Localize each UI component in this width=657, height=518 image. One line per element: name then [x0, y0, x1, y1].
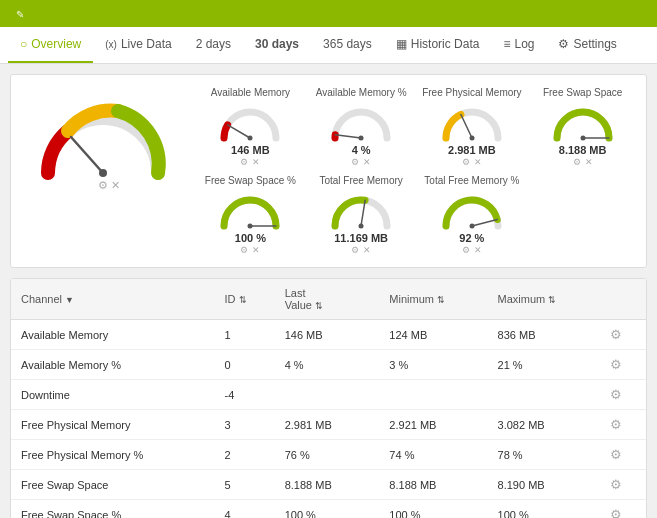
cell-max-4: 78 % — [488, 440, 601, 470]
sort-lastval-icon: ⇅ — [315, 301, 323, 311]
tab-settings[interactable]: ⚙ Settings — [546, 27, 628, 63]
cell-action-5[interactable]: ⚙ — [600, 470, 646, 500]
table-row: Free Swap Space 5 8.188 MB 8.188 MB 8.19… — [11, 470, 646, 500]
cell-min-2 — [379, 380, 487, 410]
small-gauge-title-2: Free Physical Memory — [422, 87, 521, 98]
tab-overview[interactable]: ○ Overview — [8, 27, 93, 63]
small-gauge-title-6: Total Free Memory % — [424, 175, 519, 186]
small-gauge-item-4: Free Swap Space % 100 % ⚙ ✕ — [199, 175, 302, 255]
cell-action-3[interactable]: ⚙ — [600, 410, 646, 440]
small-gauge-svg-1 — [326, 100, 396, 142]
cell-lastval-4: 76 % — [275, 440, 380, 470]
big-gauge-container: ⚙ ✕ — [23, 87, 183, 255]
small-gauge-close-1[interactable]: ✕ — [363, 157, 371, 167]
edit-icon[interactable]: ✎ — [16, 9, 24, 20]
small-gauge-title-3: Free Swap Space — [543, 87, 623, 98]
cell-channel-6: Free Swap Space % — [11, 500, 214, 519]
small-gauge-title-1: Available Memory % — [316, 87, 407, 98]
col-maximum[interactable]: Maximum ⇅ — [488, 279, 601, 320]
small-gauge-config-2[interactable]: ⚙ — [462, 157, 470, 167]
col-minimum[interactable]: Minimum ⇅ — [379, 279, 487, 320]
cell-action-6[interactable]: ⚙ — [600, 500, 646, 519]
cell-action-0[interactable]: ⚙ — [600, 320, 646, 350]
settings-nav-icon: ⚙ — [558, 37, 569, 51]
cell-lastval-1: 4 % — [275, 350, 380, 380]
svg-point-13 — [359, 224, 364, 229]
small-gauge-value-6: 92 % — [459, 232, 484, 244]
tab-historic[interactable]: ▦ Historic Data — [384, 27, 492, 63]
tab-2days[interactable]: 2 days — [184, 27, 243, 63]
cell-max-6: 100 % — [488, 500, 601, 519]
cell-id-3: 3 — [214, 410, 274, 440]
main-content: ⚙ ✕ Available Memory 146 MB ⚙ ✕ Availabl… — [0, 64, 657, 518]
cell-action-2[interactable]: ⚙ — [600, 380, 646, 410]
table-body: Available Memory 1 146 MB 124 MB 836 MB … — [11, 320, 646, 519]
small-gauge-close-4[interactable]: ✕ — [252, 245, 260, 255]
small-gauge-item-3: Free Swap Space 8.188 MB ⚙ ✕ — [531, 87, 634, 167]
small-gauge-item-1: Available Memory % 4 % ⚙ ✕ — [310, 87, 413, 167]
tab-30days[interactable]: 30 days — [243, 27, 311, 63]
cell-channel-5: Free Swap Space — [11, 470, 214, 500]
small-gauge-close-6[interactable]: ✕ — [474, 245, 482, 255]
col-action — [600, 279, 646, 320]
tab-live-data[interactable]: (x) Live Data — [93, 27, 183, 63]
cell-min-4: 74 % — [379, 440, 487, 470]
gauge-section: ⚙ ✕ Available Memory 146 MB ⚙ ✕ Availabl… — [10, 74, 647, 268]
table-row: Free Physical Memory % 2 76 % 74 % 78 % … — [11, 440, 646, 470]
svg-line-14 — [472, 220, 497, 227]
tab-365days[interactable]: 365 days — [311, 27, 384, 63]
small-gauge-value-5: 11.169 MB — [334, 232, 388, 244]
cell-lastval-6: 100 % — [275, 500, 380, 519]
cell-lastval-5: 8.188 MB — [275, 470, 380, 500]
cell-min-5: 8.188 MB — [379, 470, 487, 500]
small-gauge-svg-3 — [548, 100, 618, 142]
row-settings-icon-6[interactable]: ⚙ — [610, 507, 622, 518]
table-row: Available Memory % 0 4 % 3 % 21 % ⚙ — [11, 350, 646, 380]
historic-icon: ▦ — [396, 37, 407, 51]
small-gauge-config-3[interactable]: ⚙ — [573, 157, 581, 167]
sort-min-icon: ⇅ — [437, 295, 445, 305]
cell-action-4[interactable]: ⚙ — [600, 440, 646, 470]
cell-lastval-0: 146 MB — [275, 320, 380, 350]
row-settings-icon-4[interactable]: ⚙ — [610, 447, 622, 462]
small-gauge-close-2[interactable]: ✕ — [474, 157, 482, 167]
table-header-row: Channel ▼ ID ⇅ LastValue ⇅ Minimum ⇅ Max… — [11, 279, 646, 320]
small-gauge-close-5[interactable]: ✕ — [363, 245, 371, 255]
row-settings-icon-5[interactable]: ⚙ — [610, 477, 622, 492]
cell-channel-0: Available Memory — [11, 320, 214, 350]
small-gauge-config-0[interactable]: ⚙ — [240, 157, 248, 167]
small-gauge-config-6[interactable]: ⚙ — [462, 245, 470, 255]
cell-min-6: 100 % — [379, 500, 487, 519]
small-gauge-svg-6 — [437, 188, 507, 230]
table-section: Channel ▼ ID ⇅ LastValue ⇅ Minimum ⇅ Max… — [10, 278, 647, 518]
cell-action-1[interactable]: ⚙ — [600, 350, 646, 380]
small-gauge-config-5[interactable]: ⚙ — [351, 245, 359, 255]
row-settings-icon-3[interactable]: ⚙ — [610, 417, 622, 432]
row-settings-icon-1[interactable]: ⚙ — [610, 357, 622, 372]
svg-line-12 — [361, 200, 365, 226]
sensor-label: ✎ — [16, 6, 28, 21]
small-gauge-svg-5 — [326, 188, 396, 230]
col-channel[interactable]: Channel ▼ — [11, 279, 214, 320]
sort-id-icon: ⇅ — [239, 295, 247, 305]
small-gauge-config-1[interactable]: ⚙ — [351, 157, 359, 167]
svg-point-3 — [248, 136, 253, 141]
col-last-value[interactable]: LastValue ⇅ — [275, 279, 380, 320]
svg-line-4 — [335, 135, 361, 138]
small-gauge-close-3[interactable]: ✕ — [585, 157, 593, 167]
col-id[interactable]: ID ⇅ — [214, 279, 274, 320]
row-settings-icon-0[interactable]: ⚙ — [610, 327, 622, 342]
header: ✎ — [0, 0, 657, 27]
cell-id-1: 0 — [214, 350, 274, 380]
small-gauge-close-0[interactable]: ✕ — [252, 157, 260, 167]
table-row: Free Swap Space % 4 100 % 100 % 100 % ⚙ — [11, 500, 646, 519]
row-settings-icon-2[interactable]: ⚙ — [610, 387, 622, 402]
cell-max-5: 8.190 MB — [488, 470, 601, 500]
table-row: Available Memory 1 146 MB 124 MB 836 MB … — [11, 320, 646, 350]
data-table: Channel ▼ ID ⇅ LastValue ⇅ Minimum ⇅ Max… — [11, 279, 646, 518]
small-gauge-value-2: 2.981 MB — [448, 144, 496, 156]
tab-log[interactable]: ≡ Log — [491, 27, 546, 63]
small-gauges-grid: Available Memory 146 MB ⚙ ✕ Available Me… — [199, 87, 634, 255]
small-gauge-config-4[interactable]: ⚙ — [240, 245, 248, 255]
small-gauge-svg-2 — [437, 100, 507, 142]
